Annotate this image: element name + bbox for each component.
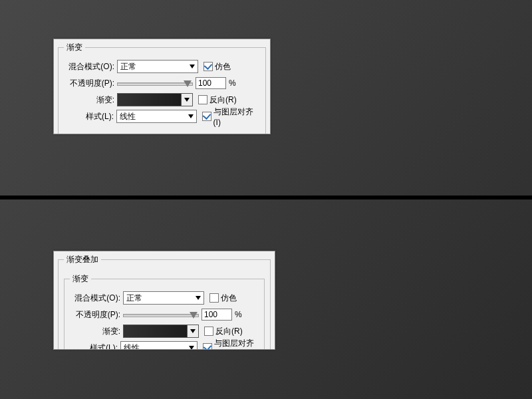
style-row: 样式(L): 线性 与图层对齐(I): [64, 109, 260, 124]
style-value: 线性: [124, 342, 140, 350]
gradient-overlay-panel-bottom: 渐变叠加 渐变 混合模式(O): 正常 仿色 不透明度(P):: [53, 251, 275, 350]
gradient-overlay-fieldset: 渐变叠加 渐变 混合模式(O): 正常 仿色 不透明度(P):: [58, 254, 271, 350]
style-dropdown[interactable]: 线性: [120, 341, 198, 350]
gradient-label: 渐变:: [64, 94, 117, 106]
style-dropdown[interactable]: 线性: [116, 110, 197, 123]
dither-label: 仿色: [221, 293, 237, 304]
reverse-checkbox[interactable]: [198, 95, 207, 104]
gradient-legend: 渐变: [70, 273, 91, 285]
reverse-checkbox-wrap[interactable]: 反向(R): [204, 326, 243, 337]
reverse-label: 反向(R): [215, 326, 243, 337]
gradient-preview: [118, 94, 181, 106]
chevron-down-icon: [196, 296, 201, 300]
dither-checkbox[interactable]: [203, 62, 213, 71]
chevron-down-icon: [184, 98, 190, 102]
align-label: 与图层对齐(I): [213, 106, 260, 127]
chevron-down-icon: [188, 114, 194, 118]
gradient-row: 渐变: 反向(R): [64, 92, 260, 107]
reverse-checkbox-wrap[interactable]: 反向(R): [198, 94, 237, 106]
gradient-row: 渐变: 反向(R): [70, 324, 259, 338]
blend-mode-dropdown[interactable]: 正常: [117, 60, 198, 73]
align-checkbox[interactable]: [203, 343, 211, 350]
chevron-down-icon: [189, 346, 194, 350]
gradient-fieldset: 渐变 混合模式(O): 正常 仿色 不透明度(P): 100: [64, 273, 265, 350]
opacity-unit: %: [229, 78, 236, 88]
check-icon: [203, 342, 212, 350]
blend-mode-value: 正常: [120, 61, 136, 72]
blend-mode-label: 混合模式(O):: [64, 61, 117, 72]
opacity-label: 不透明度(P):: [70, 309, 123, 321]
blend-mode-value: 正常: [126, 293, 142, 304]
gradient-legend: 渐变: [64, 42, 85, 53]
align-label: 与图层对齐(I): [214, 338, 259, 350]
dither-label: 仿色: [215, 61, 231, 72]
blend-mode-dropdown[interactable]: 正常: [123, 291, 204, 305]
chevron-down-icon: [190, 329, 196, 333]
align-checkbox[interactable]: [202, 112, 211, 121]
slider-thumb-icon[interactable]: [190, 312, 198, 319]
gradient-overlay-legend: 渐变叠加: [64, 254, 101, 265]
gradient-panel-top: 渐变 混合模式(O): 正常 仿色 不透明度(P): 100 % 渐变:: [53, 39, 271, 134]
chevron-down-icon: [190, 65, 195, 68]
align-checkbox-wrap[interactable]: 与图层对齐(I): [203, 338, 259, 350]
gradient-dropdown-button[interactable]: [187, 325, 198, 337]
slider-track: [117, 82, 193, 86]
opacity-input[interactable]: 100: [196, 77, 226, 89]
check-icon: [204, 61, 213, 70]
opacity-label: 不透明度(P):: [64, 78, 117, 89]
style-value: 线性: [120, 111, 136, 122]
opacity-slider[interactable]: [123, 309, 198, 321]
check-icon: [202, 111, 211, 120]
opacity-slider[interactable]: [117, 77, 192, 89]
opacity-input[interactable]: 100: [201, 309, 232, 321]
slider-track: [123, 314, 199, 317]
align-checkbox-wrap[interactable]: 与图层对齐(I): [202, 106, 260, 127]
gradient-dropdown-button[interactable]: [181, 94, 192, 106]
style-label: 样式(L):: [64, 111, 116, 122]
gradient-preview: [124, 325, 187, 337]
opacity-unit: %: [235, 310, 242, 319]
reverse-checkbox[interactable]: [204, 327, 213, 336]
gradient-label: 渐变:: [70, 326, 123, 337]
opacity-row: 不透明度(P): 100 %: [70, 307, 259, 322]
blend-mode-row: 混合模式(O): 正常 仿色: [70, 291, 259, 305]
blend-mode-row: 混合模式(O): 正常 仿色: [64, 59, 260, 74]
reverse-label: 反向(R): [209, 94, 237, 106]
dither-checkbox-wrap[interactable]: 仿色: [203, 61, 231, 72]
blend-mode-label: 混合模式(O):: [70, 293, 123, 304]
dither-checkbox-wrap[interactable]: 仿色: [209, 293, 237, 304]
style-label: 样式(L):: [70, 342, 120, 350]
gradient-picker[interactable]: [117, 93, 193, 106]
gradient-picker[interactable]: [123, 325, 199, 338]
style-row: 样式(L): 线性 与图层对齐(I): [70, 340, 259, 350]
gradient-fieldset: 渐变 混合模式(O): 正常 仿色 不透明度(P): 100 % 渐变:: [58, 42, 266, 134]
section-divider: [0, 196, 532, 200]
dither-checkbox[interactable]: [209, 293, 219, 303]
opacity-row: 不透明度(P): 100 %: [64, 76, 260, 90]
slider-thumb-icon[interactable]: [184, 80, 192, 87]
